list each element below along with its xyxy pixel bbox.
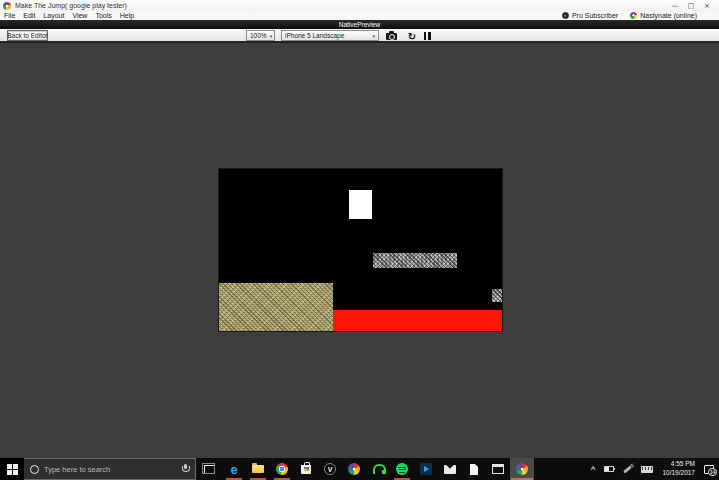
taskbar-app-document[interactable] bbox=[462, 458, 486, 480]
pro-subscriber-badge[interactable]: Pro Subscriber bbox=[562, 12, 618, 19]
taskbar-app-microsoft-store[interactable] bbox=[294, 458, 318, 480]
terminal-window-icon bbox=[492, 464, 504, 474]
user-avatar-icon bbox=[630, 12, 637, 19]
folder-icon bbox=[252, 465, 264, 473]
zoom-level-dropdown[interactable]: 100% ▾ bbox=[246, 30, 275, 41]
close-button[interactable]: × bbox=[699, 0, 715, 11]
headset-icon bbox=[373, 464, 384, 474]
construct2-pinwheel-icon bbox=[348, 463, 360, 475]
windows-logo-icon bbox=[7, 464, 18, 475]
taskbar: e V bbox=[0, 458, 719, 480]
taskbar-clock[interactable]: 4:55 PM 10/19/2017 bbox=[662, 460, 695, 478]
preview-toolbar: Back to Editor 100% ▾ iPhone 5 Landscape… bbox=[0, 29, 719, 43]
menu-view[interactable]: View bbox=[68, 12, 91, 19]
taskbar-app-terminal[interactable] bbox=[486, 458, 510, 480]
pro-subscriber-label: Pro Subscriber bbox=[572, 12, 618, 19]
task-view-icon bbox=[204, 465, 215, 474]
maximize-button[interactable]: □ bbox=[683, 0, 699, 11]
camera-icon bbox=[386, 33, 397, 40]
taskbar-app-file-explorer[interactable] bbox=[246, 458, 270, 480]
window-controls: — □ × bbox=[667, 0, 715, 11]
plug-icon[interactable] bbox=[624, 465, 633, 473]
menu-edit[interactable]: Edit bbox=[19, 12, 39, 19]
battery-icon[interactable] bbox=[604, 466, 614, 472]
back-to-editor-button[interactable]: Back to Editor bbox=[7, 30, 48, 41]
search-input[interactable] bbox=[44, 465, 176, 474]
game-canvas[interactable] bbox=[219, 169, 502, 331]
device-preset-dropdown[interactable]: iPhone 5 Landscape ▾ bbox=[281, 30, 379, 41]
spotify-icon bbox=[396, 463, 408, 475]
construct2-app-icon bbox=[3, 2, 11, 10]
pause-icon bbox=[424, 32, 427, 40]
lava-sprite bbox=[333, 310, 502, 331]
user-label: Nastynate (online) bbox=[640, 12, 697, 19]
taskbar-app-construct2[interactable] bbox=[342, 458, 366, 480]
start-button[interactable] bbox=[0, 458, 24, 480]
taskbar-app-mail[interactable] bbox=[438, 458, 462, 480]
action-center-icon[interactable]: 14 bbox=[704, 465, 714, 474]
construct2-pinwheel-icon bbox=[516, 463, 528, 475]
device-preset-value: iPhone 5 Landscape bbox=[285, 32, 344, 39]
restart-preview-button[interactable]: ↻ bbox=[405, 30, 419, 42]
preview-window-titlebar: NativePreview bbox=[0, 20, 719, 29]
gear-icon bbox=[562, 12, 569, 19]
mail-icon bbox=[444, 465, 456, 474]
blue-arrow-icon bbox=[420, 463, 432, 475]
pause-preview-button[interactable] bbox=[420, 30, 434, 42]
clock-date: 10/19/2017 bbox=[662, 469, 695, 478]
v-logo-icon: V bbox=[324, 463, 336, 475]
store-bag-icon bbox=[301, 465, 311, 474]
menu-layout[interactable]: Layout bbox=[39, 12, 68, 19]
edge-icon: e bbox=[230, 463, 237, 476]
taskbar-app-chrome[interactable] bbox=[270, 458, 294, 480]
window-titlebar: Make The Jump( google play tester) — □ × bbox=[0, 0, 719, 11]
chrome-icon bbox=[276, 463, 288, 475]
menu-file[interactable]: File bbox=[0, 12, 19, 19]
zoom-level-value: 100% bbox=[250, 32, 267, 39]
system-tray: ^ 4:55 PM 10/19/2017 14 bbox=[591, 458, 719, 480]
user-badge[interactable]: Nastynate (online) bbox=[630, 12, 697, 19]
cortana-icon bbox=[30, 465, 39, 474]
show-hidden-icons-chevron[interactable]: ^ bbox=[591, 466, 596, 474]
menu-help[interactable]: Help bbox=[116, 12, 138, 19]
minimize-button[interactable]: — bbox=[667, 0, 683, 11]
preview-window-title: NativePreview bbox=[339, 20, 381, 29]
chevron-down-icon: ▾ bbox=[372, 33, 375, 39]
chevron-down-icon: ▾ bbox=[270, 33, 273, 39]
notification-count-badge: 14 bbox=[708, 468, 717, 476]
taskbar-search[interactable] bbox=[24, 458, 196, 480]
small-tile-sprite bbox=[492, 289, 502, 302]
document-icon bbox=[470, 464, 478, 475]
player-sprite bbox=[349, 190, 372, 219]
microphone-icon[interactable] bbox=[181, 464, 189, 474]
desktop-screen: Make The Jump( google play tester) — □ ×… bbox=[0, 0, 719, 480]
task-view-button[interactable] bbox=[196, 458, 222, 480]
sand-ground-sprite bbox=[219, 283, 333, 331]
taskbar-app-v[interactable]: V bbox=[318, 458, 342, 480]
taskbar-app-headset[interactable] bbox=[366, 458, 390, 480]
taskbar-app-blue-arrow[interactable] bbox=[414, 458, 438, 480]
screenshot-button[interactable] bbox=[383, 30, 399, 42]
menu-bar: File Edit Layout View Tools Help Pro Sub… bbox=[0, 11, 719, 20]
keyboard-icon[interactable] bbox=[641, 466, 653, 473]
taskbar-app-edge[interactable]: e bbox=[222, 458, 246, 480]
stone-platform-sprite bbox=[373, 253, 457, 268]
menu-tools[interactable]: Tools bbox=[91, 12, 115, 19]
account-area: Pro Subscriber Nastynate (online) bbox=[562, 12, 719, 19]
window-title: Make The Jump( google play tester) bbox=[15, 2, 127, 9]
taskbar-app-spotify[interactable] bbox=[390, 458, 414, 480]
clock-time: 4:55 PM bbox=[662, 460, 695, 469]
taskbar-app-construct2-active[interactable] bbox=[510, 458, 534, 480]
pause-icon bbox=[428, 32, 431, 40]
